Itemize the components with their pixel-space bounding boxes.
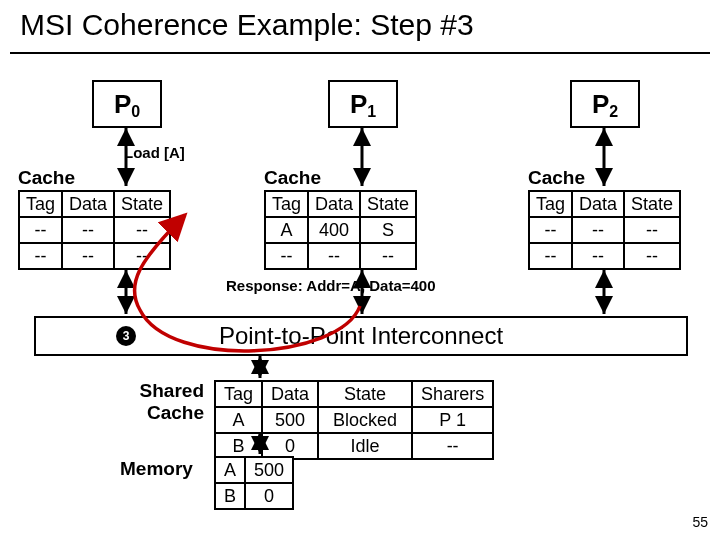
- cache-2-r1-state: --: [624, 217, 680, 243]
- cache-0-r1-tag: --: [19, 217, 62, 243]
- cache-2-r1-tag: --: [529, 217, 572, 243]
- cache-0-r1-state: --: [114, 217, 170, 243]
- load-a-label: Load [A]: [124, 144, 185, 161]
- cache-1-hdr-data: Data: [308, 191, 360, 217]
- memory-table: A 500 B 0: [214, 456, 294, 510]
- cache-0-hdr-data: Data: [62, 191, 114, 217]
- cache-0-label: Cache: [18, 167, 75, 189]
- processor-0-sub: 0: [131, 103, 140, 120]
- cache-1-r1-data: 400: [308, 217, 360, 243]
- cache-2-hdr-state: State: [624, 191, 680, 217]
- mem-r1-data: 500: [245, 457, 293, 483]
- cache-1-r2-tag: --: [265, 243, 308, 269]
- processor-0-box: P0: [92, 80, 162, 128]
- shared-cache-label: Shared Cache: [134, 380, 204, 424]
- shared-cache-table: Tag Data State Sharers A 500 Blocked P 1…: [214, 380, 494, 460]
- shared-r1-sharers: P 1: [412, 407, 493, 433]
- shared-r2-sharers: --: [412, 433, 493, 459]
- cache-2-hdr-data: Data: [572, 191, 624, 217]
- mem-r1-tag: A: [215, 457, 245, 483]
- shared-cache-label-l1: Shared: [140, 380, 204, 401]
- cache-0-hdr-tag: Tag: [19, 191, 62, 217]
- cache-0-r1-data: --: [62, 217, 114, 243]
- shared-hdr-data: Data: [262, 381, 318, 407]
- cache-2-r2-state: --: [624, 243, 680, 269]
- cache-2-table: Tag Data State -- -- -- -- -- --: [528, 190, 681, 270]
- shared-hdr-state: State: [318, 381, 412, 407]
- response-label: Response: Addr=A, Data=400: [226, 277, 436, 294]
- cache-1-r1-state: S: [360, 217, 416, 243]
- cache-1-r1-tag: A: [265, 217, 308, 243]
- cache-1-r2-state: --: [360, 243, 416, 269]
- processor-label-P: P: [114, 89, 131, 119]
- shared-hdr-sharers: Sharers: [412, 381, 493, 407]
- mem-r2-tag: B: [215, 483, 245, 509]
- page-number: 55: [692, 514, 708, 530]
- cache-0-r2-tag: --: [19, 243, 62, 269]
- cache-0-r2-data: --: [62, 243, 114, 269]
- cache-2-hdr-tag: Tag: [529, 191, 572, 217]
- cache-0-r2-state: --: [114, 243, 170, 269]
- shared-hdr-tag: Tag: [215, 381, 262, 407]
- mem-r2-data: 0: [245, 483, 293, 509]
- title-rule: [10, 52, 710, 54]
- shared-r2-state: Idle: [318, 433, 412, 459]
- cache-1-label: Cache: [264, 167, 321, 189]
- processor-label-P: P: [592, 89, 609, 119]
- slide-title: MSI Coherence Example: Step #3: [20, 8, 474, 42]
- cache-2-r2-tag: --: [529, 243, 572, 269]
- cache-1-table: Tag Data State A 400 S -- -- --: [264, 190, 417, 270]
- processor-2-box: P2: [570, 80, 640, 128]
- cache-1-r2-data: --: [308, 243, 360, 269]
- cache-2-r2-data: --: [572, 243, 624, 269]
- processor-2-sub: 2: [609, 103, 618, 120]
- shared-cache-label-l2: Cache: [147, 402, 204, 423]
- cache-0-hdr-state: State: [114, 191, 170, 217]
- cache-2-label: Cache: [528, 167, 585, 189]
- processor-1-box: P1: [328, 80, 398, 128]
- processor-label-P: P: [350, 89, 367, 119]
- cache-2-r1-data: --: [572, 217, 624, 243]
- cache-1-hdr-tag: Tag: [265, 191, 308, 217]
- shared-r1-data: 500: [262, 407, 318, 433]
- step-3-badge: 3: [116, 326, 136, 346]
- processor-1-sub: 1: [367, 103, 376, 120]
- cache-1-hdr-state: State: [360, 191, 416, 217]
- cache-0-table: Tag Data State -- -- -- -- -- --: [18, 190, 171, 270]
- shared-r1-state: Blocked: [318, 407, 412, 433]
- memory-label: Memory: [120, 458, 193, 480]
- shared-r1-tag: A: [215, 407, 262, 433]
